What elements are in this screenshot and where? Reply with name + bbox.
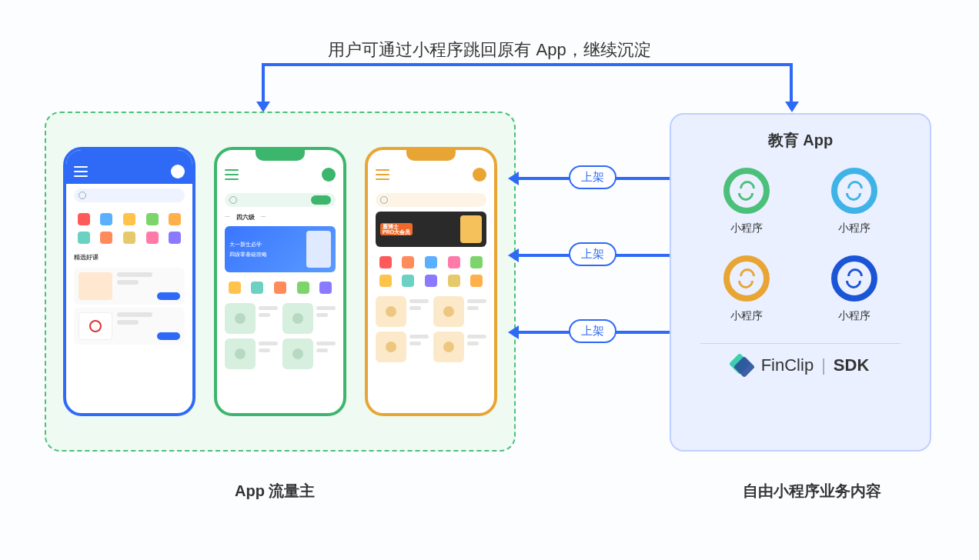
thumb-list	[217, 300, 343, 372]
phone-header	[217, 161, 343, 188]
icon-grid	[217, 275, 343, 300]
phone-mockup-green: ··· 四六级 ··· 大一新生必学 四级零基础攻略	[214, 147, 346, 416]
icon-grid	[66, 207, 192, 250]
publish-arrow: 上架	[516, 254, 670, 257]
search-bar	[225, 193, 336, 207]
avatar-icon	[171, 165, 185, 178]
miniprogram-icon	[831, 168, 877, 214]
search-bar	[376, 193, 486, 207]
hamburger-icon	[225, 169, 239, 180]
banner-image	[460, 215, 482, 243]
top-flow-line	[262, 63, 793, 109]
course-card	[74, 308, 185, 345]
tab-active: 四六级	[236, 213, 255, 222]
miniprogram-label: 小程序	[700, 309, 793, 323]
search-pill	[311, 195, 331, 205]
card-cta-button	[157, 332, 180, 340]
miniprogram-label: 小程序	[808, 222, 900, 235]
icon-grid	[368, 250, 494, 293]
arrowhead-icon	[785, 102, 799, 112]
phone-mockup-orange: 雁博士 PRO大会员	[365, 147, 497, 416]
promo-banner: 大一新生必学 四级零基础攻略	[225, 226, 336, 272]
panel-title: 教育 App	[685, 130, 916, 151]
education-app-panel: 教育 App 小程序 小程序 小程序 小程序 FinClip | SDK	[670, 113, 931, 452]
miniprogram-item: 小程序	[700, 168, 793, 235]
miniprogram-item: 小程序	[808, 255, 900, 323]
tab-label: ···	[261, 213, 266, 222]
banner-line: 大一新生必学	[229, 241, 302, 248]
section-title: 精选好课	[66, 250, 192, 265]
separator: |	[821, 355, 826, 375]
arrowhead-icon	[256, 102, 270, 112]
phone-notch	[105, 150, 154, 161]
sdk-row: FinClip | SDK	[685, 355, 916, 376]
miniprogram-icon	[723, 168, 770, 214]
miniprogram-icon	[723, 255, 770, 302]
avatar-icon	[473, 168, 486, 182]
course-card	[74, 268, 185, 305]
pro-badge: 雁博士 PRO大会员	[380, 223, 413, 235]
miniprogram-icon	[831, 255, 877, 302]
phone-notch	[256, 150, 305, 161]
miniprogram-label: 小程序	[808, 309, 900, 323]
publish-pill: 上架	[569, 165, 616, 189]
phone-notch	[406, 150, 456, 161]
miniprogram-item: 小程序	[808, 168, 900, 235]
publish-arrow: 上架	[516, 177, 670, 180]
miniprogram-grid: 小程序 小程序 小程序 小程序	[685, 168, 916, 323]
thumb-list	[368, 293, 494, 365]
card-thumb	[79, 272, 112, 300]
tab-bar: ··· 四六级 ···	[217, 212, 343, 223]
publish-arrow: 上架	[516, 331, 670, 334]
sdk-brand: FinClip	[732, 355, 814, 376]
avatar-icon	[322, 168, 336, 182]
diagram-title: 用户可通过小程序跳回原有 App，继续沉淀	[0, 38, 979, 62]
divider	[700, 343, 900, 344]
publish-pill: 上架	[569, 319, 616, 343]
phone-mockup-blue: 精选好课	[63, 147, 195, 416]
finclip-logo-icon	[732, 355, 753, 376]
banner-line: 四级零基础攻略	[229, 251, 302, 258]
miniprogram-item: 小程序	[700, 255, 793, 323]
sdk-tag: SDK	[834, 355, 869, 375]
traffic-owner-panel: 精选好课 ··· 四六级 ··· 大一新生必学 四级零基础攻略	[45, 112, 516, 452]
search-bar	[74, 188, 185, 202]
card-cta-button	[157, 292, 180, 300]
tab-label: ···	[225, 213, 230, 222]
banner-image	[306, 231, 331, 268]
hamburger-icon	[74, 166, 88, 177]
publish-pill: 上架	[569, 242, 616, 266]
phone-header	[368, 161, 494, 188]
pro-banner: 雁博士 PRO大会员	[376, 212, 486, 247]
left-panel-label: App 流量主	[235, 481, 315, 502]
right-panel-label: 自由小程序业务内容	[743, 481, 881, 502]
miniprogram-label: 小程序	[700, 222, 793, 235]
hamburger-icon	[376, 169, 389, 180]
